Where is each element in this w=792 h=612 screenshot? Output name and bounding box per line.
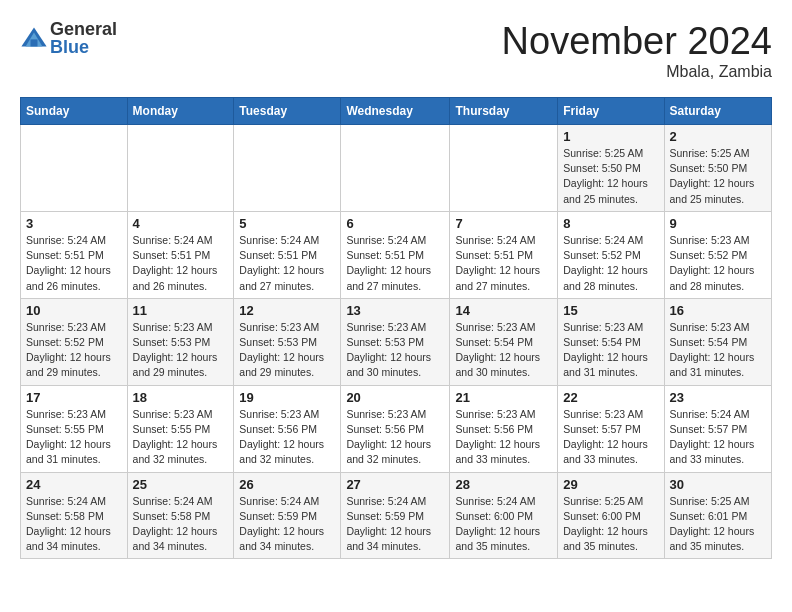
day-info: Sunrise: 5:24 AM Sunset: 5:59 PM Dayligh… xyxy=(346,494,444,555)
logo: General Blue xyxy=(20,20,117,56)
page-header: General Blue November 2024 Mbala, Zambia xyxy=(20,20,772,81)
day-cell: 21Sunrise: 5:23 AM Sunset: 5:56 PM Dayli… xyxy=(450,385,558,472)
logo-icon xyxy=(20,24,48,52)
day-info: Sunrise: 5:23 AM Sunset: 5:52 PM Dayligh… xyxy=(26,320,122,381)
day-cell: 7Sunrise: 5:24 AM Sunset: 5:51 PM Daylig… xyxy=(450,211,558,298)
day-number: 21 xyxy=(455,390,552,405)
day-cell xyxy=(341,125,450,212)
day-cell: 14Sunrise: 5:23 AM Sunset: 5:54 PM Dayli… xyxy=(450,298,558,385)
day-cell: 20Sunrise: 5:23 AM Sunset: 5:56 PM Dayli… xyxy=(341,385,450,472)
day-cell: 24Sunrise: 5:24 AM Sunset: 5:58 PM Dayli… xyxy=(21,472,128,559)
day-number: 29 xyxy=(563,477,658,492)
header-cell-monday: Monday xyxy=(127,98,234,125)
day-number: 15 xyxy=(563,303,658,318)
day-info: Sunrise: 5:23 AM Sunset: 5:53 PM Dayligh… xyxy=(133,320,229,381)
day-number: 20 xyxy=(346,390,444,405)
day-cell: 15Sunrise: 5:23 AM Sunset: 5:54 PM Dayli… xyxy=(558,298,664,385)
header-cell-friday: Friday xyxy=(558,98,664,125)
calendar-body: 1Sunrise: 5:25 AM Sunset: 5:50 PM Daylig… xyxy=(21,125,772,559)
day-number: 7 xyxy=(455,216,552,231)
day-cell: 11Sunrise: 5:23 AM Sunset: 5:53 PM Dayli… xyxy=(127,298,234,385)
day-info: Sunrise: 5:25 AM Sunset: 6:00 PM Dayligh… xyxy=(563,494,658,555)
day-number: 18 xyxy=(133,390,229,405)
day-cell: 18Sunrise: 5:23 AM Sunset: 5:55 PM Dayli… xyxy=(127,385,234,472)
day-cell: 5Sunrise: 5:24 AM Sunset: 5:51 PM Daylig… xyxy=(234,211,341,298)
day-cell: 17Sunrise: 5:23 AM Sunset: 5:55 PM Dayli… xyxy=(21,385,128,472)
day-info: Sunrise: 5:23 AM Sunset: 5:53 PM Dayligh… xyxy=(346,320,444,381)
logo-general-text: General xyxy=(50,20,117,38)
day-number: 3 xyxy=(26,216,122,231)
day-info: Sunrise: 5:24 AM Sunset: 5:51 PM Dayligh… xyxy=(239,233,335,294)
calendar-table: SundayMondayTuesdayWednesdayThursdayFrid… xyxy=(20,97,772,559)
day-number: 24 xyxy=(26,477,122,492)
header-cell-wednesday: Wednesday xyxy=(341,98,450,125)
header-cell-thursday: Thursday xyxy=(450,98,558,125)
day-number: 5 xyxy=(239,216,335,231)
day-cell xyxy=(21,125,128,212)
day-info: Sunrise: 5:24 AM Sunset: 5:58 PM Dayligh… xyxy=(133,494,229,555)
day-info: Sunrise: 5:25 AM Sunset: 6:01 PM Dayligh… xyxy=(670,494,767,555)
header-row: SundayMondayTuesdayWednesdayThursdayFrid… xyxy=(21,98,772,125)
day-number: 27 xyxy=(346,477,444,492)
day-cell: 25Sunrise: 5:24 AM Sunset: 5:58 PM Dayli… xyxy=(127,472,234,559)
day-number: 25 xyxy=(133,477,229,492)
day-number: 22 xyxy=(563,390,658,405)
day-info: Sunrise: 5:25 AM Sunset: 5:50 PM Dayligh… xyxy=(670,146,767,207)
day-cell: 16Sunrise: 5:23 AM Sunset: 5:54 PM Dayli… xyxy=(664,298,772,385)
day-cell: 23Sunrise: 5:24 AM Sunset: 5:57 PM Dayli… xyxy=(664,385,772,472)
week-row-3: 17Sunrise: 5:23 AM Sunset: 5:55 PM Dayli… xyxy=(21,385,772,472)
day-number: 17 xyxy=(26,390,122,405)
day-info: Sunrise: 5:23 AM Sunset: 5:52 PM Dayligh… xyxy=(670,233,767,294)
day-cell: 13Sunrise: 5:23 AM Sunset: 5:53 PM Dayli… xyxy=(341,298,450,385)
title-area: November 2024 Mbala, Zambia xyxy=(502,20,772,81)
header-cell-saturday: Saturday xyxy=(664,98,772,125)
day-number: 28 xyxy=(455,477,552,492)
day-number: 30 xyxy=(670,477,767,492)
day-info: Sunrise: 5:23 AM Sunset: 5:54 PM Dayligh… xyxy=(563,320,658,381)
day-cell: 26Sunrise: 5:24 AM Sunset: 5:59 PM Dayli… xyxy=(234,472,341,559)
calendar-header: SundayMondayTuesdayWednesdayThursdayFrid… xyxy=(21,98,772,125)
day-number: 11 xyxy=(133,303,229,318)
logo-blue-text: Blue xyxy=(50,38,117,56)
week-row-2: 10Sunrise: 5:23 AM Sunset: 5:52 PM Dayli… xyxy=(21,298,772,385)
day-info: Sunrise: 5:24 AM Sunset: 5:51 PM Dayligh… xyxy=(26,233,122,294)
day-info: Sunrise: 5:23 AM Sunset: 5:54 PM Dayligh… xyxy=(670,320,767,381)
day-number: 13 xyxy=(346,303,444,318)
day-info: Sunrise: 5:24 AM Sunset: 5:51 PM Dayligh… xyxy=(455,233,552,294)
day-info: Sunrise: 5:24 AM Sunset: 5:58 PM Dayligh… xyxy=(26,494,122,555)
week-row-0: 1Sunrise: 5:25 AM Sunset: 5:50 PM Daylig… xyxy=(21,125,772,212)
day-info: Sunrise: 5:23 AM Sunset: 5:56 PM Dayligh… xyxy=(239,407,335,468)
week-row-1: 3Sunrise: 5:24 AM Sunset: 5:51 PM Daylig… xyxy=(21,211,772,298)
day-cell: 3Sunrise: 5:24 AM Sunset: 5:51 PM Daylig… xyxy=(21,211,128,298)
logo-text: General Blue xyxy=(50,20,117,56)
location-text: Mbala, Zambia xyxy=(502,63,772,81)
day-info: Sunrise: 5:23 AM Sunset: 5:55 PM Dayligh… xyxy=(133,407,229,468)
day-info: Sunrise: 5:23 AM Sunset: 5:57 PM Dayligh… xyxy=(563,407,658,468)
day-info: Sunrise: 5:25 AM Sunset: 5:50 PM Dayligh… xyxy=(563,146,658,207)
day-cell: 1Sunrise: 5:25 AM Sunset: 5:50 PM Daylig… xyxy=(558,125,664,212)
day-number: 9 xyxy=(670,216,767,231)
day-number: 14 xyxy=(455,303,552,318)
day-cell: 9Sunrise: 5:23 AM Sunset: 5:52 PM Daylig… xyxy=(664,211,772,298)
day-cell: 12Sunrise: 5:23 AM Sunset: 5:53 PM Dayli… xyxy=(234,298,341,385)
day-info: Sunrise: 5:23 AM Sunset: 5:55 PM Dayligh… xyxy=(26,407,122,468)
day-cell: 27Sunrise: 5:24 AM Sunset: 5:59 PM Dayli… xyxy=(341,472,450,559)
day-info: Sunrise: 5:23 AM Sunset: 5:54 PM Dayligh… xyxy=(455,320,552,381)
day-cell: 4Sunrise: 5:24 AM Sunset: 5:51 PM Daylig… xyxy=(127,211,234,298)
day-cell: 29Sunrise: 5:25 AM Sunset: 6:00 PM Dayli… xyxy=(558,472,664,559)
header-cell-sunday: Sunday xyxy=(21,98,128,125)
day-info: Sunrise: 5:23 AM Sunset: 5:53 PM Dayligh… xyxy=(239,320,335,381)
day-cell: 8Sunrise: 5:24 AM Sunset: 5:52 PM Daylig… xyxy=(558,211,664,298)
day-number: 4 xyxy=(133,216,229,231)
day-cell: 22Sunrise: 5:23 AM Sunset: 5:57 PM Dayli… xyxy=(558,385,664,472)
day-info: Sunrise: 5:24 AM Sunset: 5:52 PM Dayligh… xyxy=(563,233,658,294)
day-cell: 28Sunrise: 5:24 AM Sunset: 6:00 PM Dayli… xyxy=(450,472,558,559)
day-number: 12 xyxy=(239,303,335,318)
day-number: 1 xyxy=(563,129,658,144)
day-cell: 6Sunrise: 5:24 AM Sunset: 5:51 PM Daylig… xyxy=(341,211,450,298)
day-number: 10 xyxy=(26,303,122,318)
day-number: 19 xyxy=(239,390,335,405)
day-cell: 30Sunrise: 5:25 AM Sunset: 6:01 PM Dayli… xyxy=(664,472,772,559)
day-number: 8 xyxy=(563,216,658,231)
week-row-4: 24Sunrise: 5:24 AM Sunset: 5:58 PM Dayli… xyxy=(21,472,772,559)
